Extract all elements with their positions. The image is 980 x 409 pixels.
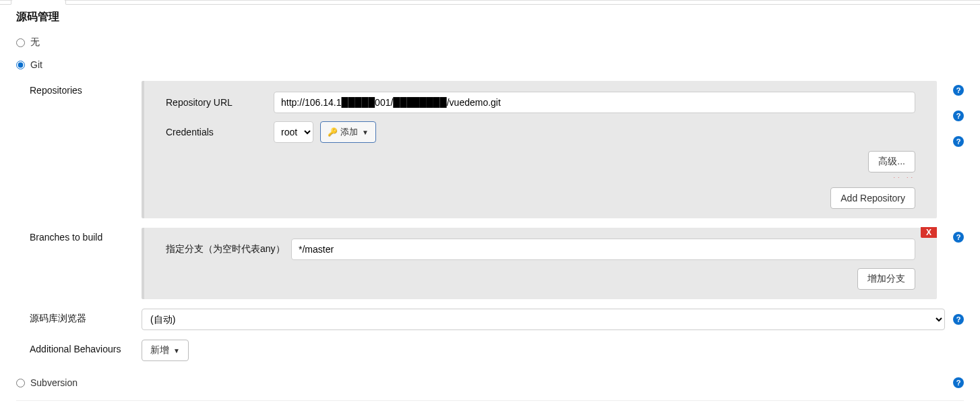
additional-behaviours-label: Additional Behaviours (30, 340, 142, 354)
add-credentials-button[interactable]: 🔑 添加 ▼ (320, 121, 376, 143)
credentials-select[interactable]: root (274, 121, 313, 143)
help-icon[interactable]: ? (953, 377, 964, 388)
radio-scm-none[interactable] (16, 38, 25, 47)
help-icon[interactable]: ? (953, 314, 964, 325)
key-icon: 🔑 (328, 127, 338, 137)
branch-spec-input[interactable] (291, 239, 915, 260)
radio-scm-none-label[interactable]: 无 (30, 36, 40, 49)
help-icon[interactable]: ? (953, 111, 964, 121)
radio-scm-git[interactable] (16, 61, 25, 69)
repositories-panel: Repository URL Credentials root 🔑 添加 ▼ (142, 81, 937, 218)
branch-spec-label: 指定分支（为空时代表any） (166, 243, 291, 255)
chevron-down-icon: ▼ (362, 129, 369, 136)
help-icon[interactable]: ? (953, 85, 964, 96)
credentials-label: Credentials (166, 127, 274, 137)
chevron-down-icon: ▼ (173, 347, 180, 354)
radio-scm-git-label[interactable]: Git (30, 59, 42, 70)
add-behaviour-label: 新增 (150, 344, 169, 356)
advanced-button[interactable]: 高级... (868, 151, 915, 172)
divider (16, 400, 964, 401)
tab-strip (0, 1, 980, 5)
radio-scm-subversion[interactable] (16, 379, 25, 387)
help-icon[interactable]: ? (953, 136, 964, 147)
radio-scm-subversion-label[interactable]: Subversion (30, 377, 78, 388)
section-title-scm: 源码管理 (0, 5, 980, 31)
branches-panel: X 指定分支（为空时代表any） 增加分支 (142, 228, 937, 299)
remove-branch-button[interactable]: X (921, 227, 937, 238)
branches-label: Branches to build (30, 228, 142, 243)
add-branch-button[interactable]: 增加分支 (857, 268, 915, 290)
repo-browser-select[interactable]: (自动) (142, 309, 945, 330)
add-credentials-label: 添加 (340, 126, 358, 138)
help-icon[interactable]: ? (953, 232, 964, 243)
repo-url-label: Repository URL (166, 97, 274, 108)
repo-browser-label: 源码库浏览器 (30, 309, 142, 325)
repositories-label: Repositories (30, 81, 142, 96)
add-behaviour-button[interactable]: 新增 ▼ (142, 340, 189, 361)
repo-url-input[interactable] (274, 92, 915, 113)
decorative-marks: ·· ·· (893, 174, 915, 181)
add-repository-button[interactable]: Add Repository (830, 187, 915, 209)
